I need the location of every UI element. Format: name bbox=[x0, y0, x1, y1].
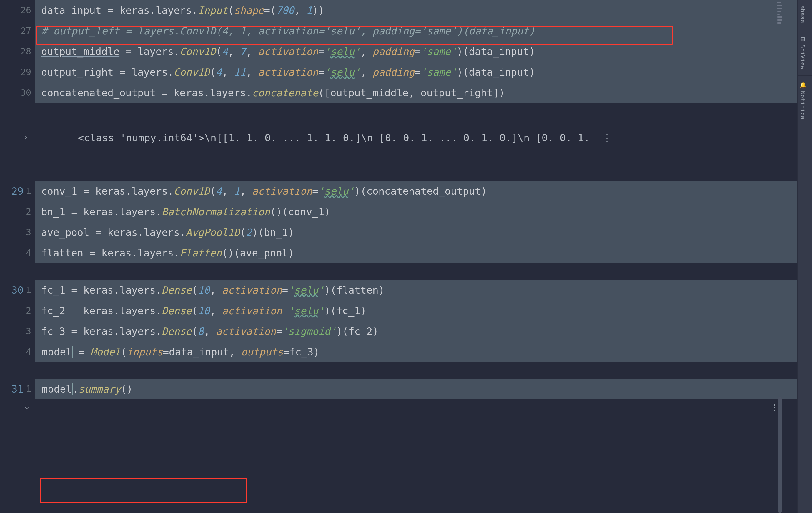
gutter: 26 bbox=[0, 0, 35, 21]
toolwindow-sciview[interactable]: ▤ SciView bbox=[798, 30, 808, 75]
code-token: padding bbox=[373, 66, 414, 78]
code-token: activation bbox=[252, 185, 313, 197]
code-token: ' bbox=[354, 46, 360, 57]
code-token: ' bbox=[324, 46, 330, 57]
code-token: Conv1D bbox=[174, 185, 210, 197]
fold-toggle-output[interactable] bbox=[24, 405, 30, 411]
minimap[interactable] bbox=[777, 2, 782, 25]
toolwindow-database[interactable]: abase bbox=[798, 0, 808, 28]
code-token: concatenate bbox=[252, 87, 318, 99]
fold-toggle[interactable]: › bbox=[24, 133, 28, 141]
code-token: conv_1 = keras.layers. bbox=[41, 185, 174, 197]
code-token: padding bbox=[373, 46, 414, 57]
code-line[interactable]: ave_pool = keras.layers.AvgPool1D(2)(bn_… bbox=[35, 222, 797, 243]
model-summary-output: ========================================… bbox=[0, 416, 797, 513]
code-line[interactable]: fc_2 = keras.layers.Dense(10, activation… bbox=[35, 300, 797, 321]
code-token: = bbox=[312, 185, 318, 197]
code-token: data_input bbox=[41, 4, 107, 16]
code-line[interactable]: conv_1 = keras.layers.Conv1D(4, 1, activ… bbox=[35, 181, 797, 201]
gutter bbox=[0, 111, 35, 164]
code-token: model bbox=[41, 346, 72, 358]
output-preview[interactable]: <class 'numpy.int64'>\n[[1. 1. 0. ... 1.… bbox=[35, 111, 797, 164]
code-token: inputs bbox=[127, 346, 163, 358]
code-token: fc_1 = keras.layers. bbox=[41, 284, 162, 296]
code-line[interactable]: data_input = keras.layers.Input(shape=(7… bbox=[35, 0, 797, 21]
code-line[interactable]: output_right = layers.Conv1D(4, 11, acti… bbox=[35, 62, 797, 82]
gutter: 29 bbox=[0, 62, 35, 82]
code-token: concatenated_output = keras.layers. bbox=[41, 87, 252, 99]
output-text: <class 'numpy.int64'>\n[[1. 1. 0. ... 1.… bbox=[78, 132, 596, 144]
code-token: ( bbox=[216, 46, 222, 57]
code-token: flatten = keras.layers. bbox=[41, 247, 180, 259]
code-token: . bbox=[72, 383, 78, 395]
code-token: ' bbox=[318, 185, 324, 197]
code-token: 4 bbox=[216, 66, 222, 78]
code-token: )(flatten) bbox=[324, 284, 384, 296]
gutter: 30 1 bbox=[0, 280, 35, 300]
gutter: 3 bbox=[0, 321, 35, 342]
code-token: 4 bbox=[216, 185, 222, 197]
code-token: , bbox=[222, 66, 234, 78]
code-token: = bbox=[282, 305, 288, 317]
toolwindow-label: Notifica bbox=[799, 91, 806, 119]
code-token: ( bbox=[192, 305, 198, 317]
code-token: ' bbox=[288, 305, 294, 317]
tool-window-stripe[interactable]: abase ▤ SciView 🔔 Notifica bbox=[797, 0, 812, 513]
code-token: selu bbox=[294, 284, 318, 296]
gutter: 30 bbox=[0, 82, 35, 103]
code-token: 700 bbox=[276, 4, 294, 16]
scrollbar-thumb[interactable] bbox=[778, 397, 782, 513]
code-line[interactable]: model.summary() bbox=[35, 379, 797, 399]
code-token: ' bbox=[318, 305, 324, 317]
code-token: . bbox=[192, 4, 198, 16]
code-token: Dense bbox=[162, 284, 192, 296]
code-token: Dense bbox=[162, 305, 192, 317]
code-token: keras bbox=[119, 4, 149, 16]
code-token: fc_3 = keras.layers. bbox=[41, 325, 162, 337]
code-line[interactable]: fc_3 = keras.layers.Dense(8, activation=… bbox=[35, 321, 797, 342]
code-token: = bbox=[318, 46, 324, 57]
code-token: ( bbox=[240, 226, 246, 238]
code-token: = bbox=[282, 284, 288, 296]
code-token: activation bbox=[258, 66, 318, 78]
output-more-icon[interactable]: ⋮ bbox=[596, 132, 612, 144]
gutter: 4 bbox=[0, 342, 35, 362]
code-token: selu bbox=[324, 185, 348, 197]
gutter: 2 bbox=[0, 300, 35, 321]
code-token: = bbox=[276, 325, 282, 337]
code-token: Dense bbox=[162, 325, 192, 337]
code-token: selu bbox=[330, 66, 354, 78]
code-line[interactable]: output_middle = layers.Conv1D(4, 7, acti… bbox=[35, 41, 797, 62]
code-token: ' bbox=[318, 284, 324, 296]
code-token: ( bbox=[228, 4, 234, 16]
code-token: output_middle bbox=[41, 46, 119, 57]
code-token: ( bbox=[192, 325, 198, 337]
code-token: ( bbox=[210, 185, 216, 197]
code-line[interactable]: concatenated_output = keras.layers.conca… bbox=[35, 82, 797, 103]
gutter: 4 bbox=[0, 243, 35, 263]
code-line[interactable]: # output_left = layers.Conv1D(4, 1, acti… bbox=[35, 21, 797, 41]
code-token: , bbox=[204, 325, 216, 337]
code-token: =data_input, bbox=[163, 346, 241, 358]
code-line[interactable]: flatten = keras.layers.Flatten()(ave_poo… bbox=[35, 243, 797, 263]
code-token: = bbox=[414, 46, 420, 57]
code-line[interactable]: fc_1 = keras.layers.Dense(10, activation… bbox=[35, 280, 797, 300]
code-token: , bbox=[246, 66, 258, 78]
code-token: =( bbox=[264, 4, 276, 16]
toolwindow-notifications[interactable]: 🔔 Notifica bbox=[798, 76, 808, 125]
code-token: 7 bbox=[240, 46, 246, 57]
editor-area[interactable]: 4 ✔8 ⌃ ⌄ 26data_input = keras.layers.Inp… bbox=[0, 0, 797, 513]
code-token: )) bbox=[312, 4, 324, 16]
code-token: ( bbox=[192, 284, 198, 296]
code-token: fc_2 = keras.layers. bbox=[41, 305, 162, 317]
code-token: selu bbox=[330, 46, 354, 57]
code-line[interactable]: model = Model(inputs=data_input, outputs… bbox=[35, 342, 797, 362]
code-line[interactable]: bn_1 = keras.layers.BatchNormalization()… bbox=[35, 201, 797, 222]
code-token: # output_left = layers.Conv1D(4, 1, acti… bbox=[41, 25, 535, 37]
code-token: ()(conv_1) bbox=[270, 206, 330, 218]
toolwindow-label: SciView bbox=[799, 45, 806, 69]
code-token: ( bbox=[210, 66, 216, 78]
code-token: Model bbox=[91, 346, 121, 358]
code-token: , bbox=[246, 46, 258, 57]
code-token: 'same' bbox=[421, 46, 457, 57]
